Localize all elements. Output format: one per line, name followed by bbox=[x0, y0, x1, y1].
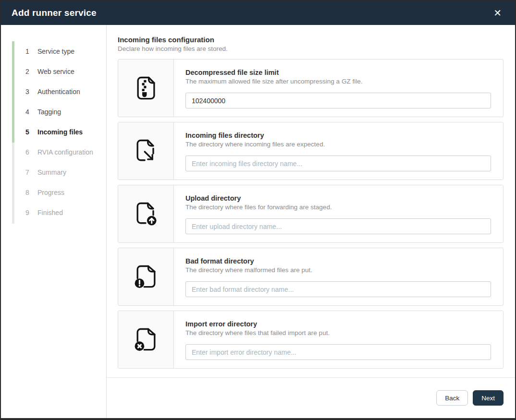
add-runner-service-modal: Add runner service ✕ 1 Service type 2 We… bbox=[0, 0, 516, 420]
field-label: Import error directory bbox=[185, 320, 491, 328]
modal-title: Add runner service bbox=[12, 8, 97, 18]
card-incoming-files-directory: Incoming files directory The directory w… bbox=[118, 122, 504, 180]
step-progress: 8 Progress bbox=[1, 182, 106, 203]
step-label: Finished bbox=[37, 209, 63, 216]
config-cards: Decompressed file size limit The maximum… bbox=[118, 59, 504, 369]
icon-cell bbox=[118, 185, 174, 242]
card-bad-format-directory: Bad format directory The directory where… bbox=[118, 248, 504, 306]
field-description: The directory where files for forwarding… bbox=[185, 204, 491, 211]
rail-completed-segment bbox=[12, 41, 14, 143]
field-label: Upload directory bbox=[185, 194, 491, 202]
import-error-directory-input[interactable] bbox=[185, 344, 491, 360]
card-upload-directory: Upload directory The directory where fil… bbox=[118, 185, 504, 243]
step-label: RVIA configuration bbox=[37, 148, 93, 156]
step-number: 6 bbox=[25, 148, 32, 156]
upload-directory-input[interactable] bbox=[185, 218, 491, 234]
back-button[interactable]: Back bbox=[436, 390, 468, 406]
step-number: 8 bbox=[25, 189, 32, 196]
card-decompressed-file-size-limit: Decompressed file size limit The maximum… bbox=[118, 59, 504, 117]
rail-upcoming-segment bbox=[12, 143, 14, 224]
field-label: Decompressed file size limit bbox=[185, 69, 491, 76]
step-label: Incoming files bbox=[37, 128, 83, 136]
decompressed-file-size-limit-input[interactable] bbox=[185, 93, 491, 108]
card-body: Bad format directory The directory where… bbox=[174, 248, 503, 305]
import-error-file-icon bbox=[132, 324, 160, 355]
wizard-steps-list: 1 Service type 2 Web service 3 Authentic… bbox=[1, 41, 106, 223]
card-body: Incoming files directory The directory w… bbox=[174, 122, 503, 180]
step-number: 9 bbox=[25, 209, 32, 216]
close-icon: ✕ bbox=[493, 8, 502, 18]
step-number: 3 bbox=[25, 88, 32, 96]
step-label: Web service bbox=[37, 68, 74, 75]
step-number: 5 bbox=[25, 128, 32, 136]
field-description: The directory where files that failed im… bbox=[185, 329, 491, 336]
close-button[interactable]: ✕ bbox=[491, 6, 504, 20]
step-finished: 9 Finished bbox=[1, 203, 106, 223]
icon-cell bbox=[118, 60, 174, 117]
field-description: The directory where incoming files are e… bbox=[185, 141, 491, 148]
step-number: 1 bbox=[25, 48, 32, 55]
wizard-progress-rail bbox=[12, 41, 14, 224]
next-button[interactable]: Next bbox=[473, 390, 504, 406]
wizard-steps-sidebar: 1 Service type 2 Web service 3 Authentic… bbox=[1, 25, 107, 418]
upload-file-icon bbox=[132, 199, 160, 229]
field-label: Bad format directory bbox=[185, 257, 491, 265]
bad-format-directory-input[interactable] bbox=[185, 281, 491, 297]
step-summary: 7 Summary bbox=[1, 162, 106, 182]
step-service-type[interactable]: 1 Service type bbox=[1, 41, 106, 61]
step-rvia-configuration: 6 RVIA configuration bbox=[1, 142, 106, 162]
icon-cell bbox=[118, 311, 174, 368]
step-label: Tagging bbox=[37, 108, 61, 116]
bad-format-file-icon bbox=[132, 262, 160, 292]
wizard-page-content: Incoming files configuration Declare how… bbox=[107, 25, 515, 418]
card-body: Upload directory The directory where fil… bbox=[174, 185, 503, 242]
step-label: Authentication bbox=[37, 88, 80, 96]
icon-cell bbox=[118, 122, 174, 180]
icon-cell bbox=[118, 248, 174, 305]
step-authentication[interactable]: 3 Authentication bbox=[1, 82, 106, 102]
step-number: 4 bbox=[25, 108, 32, 116]
step-tagging[interactable]: 4 Tagging bbox=[1, 102, 106, 122]
incoming-files-directory-input[interactable] bbox=[185, 156, 491, 171]
step-web-service[interactable]: 2 Web service bbox=[1, 61, 106, 82]
modal-header: Add runner service ✕ bbox=[1, 1, 515, 25]
page-head: Incoming files configuration Declare how… bbox=[107, 25, 515, 52]
zip-file-icon bbox=[132, 73, 160, 104]
page-subtitle: Declare how incoming files are stored. bbox=[118, 45, 504, 52]
page-title: Incoming files configuration bbox=[118, 36, 504, 44]
card-body: Decompressed file size limit The maximum… bbox=[174, 60, 503, 117]
field-label: Incoming files directory bbox=[185, 132, 491, 139]
step-label: Progress bbox=[37, 189, 64, 196]
step-incoming-files[interactable]: 5 Incoming files bbox=[1, 122, 106, 142]
card-import-error-directory: Import error directory The directory whe… bbox=[118, 311, 504, 369]
step-number: 2 bbox=[25, 68, 32, 75]
modal-footer: Back Next bbox=[107, 377, 515, 418]
field-description: The maximum allowed file size after unco… bbox=[185, 78, 491, 85]
modal-body: 1 Service type 2 Web service 3 Authentic… bbox=[1, 25, 515, 418]
incoming-file-icon bbox=[132, 136, 160, 167]
step-number: 7 bbox=[25, 168, 32, 176]
step-label: Summary bbox=[37, 168, 66, 176]
field-description: The directory where malformed files are … bbox=[185, 266, 491, 274]
step-label: Service type bbox=[37, 48, 74, 55]
card-body: Import error directory The directory whe… bbox=[174, 311, 503, 368]
